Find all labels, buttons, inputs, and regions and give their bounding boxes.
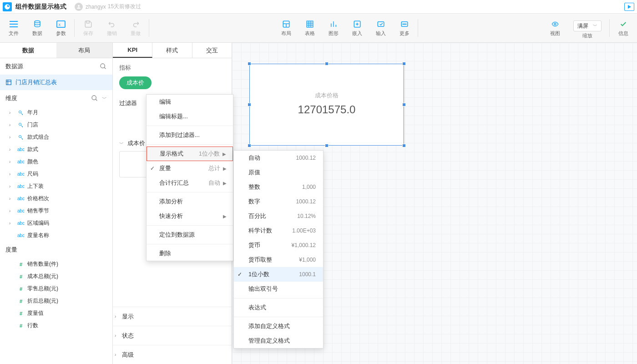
measure-item[interactable]: #行数 (0, 319, 112, 332)
kpi-title: 成本价格 (250, 64, 404, 100)
svg-point-4 (35, 21, 40, 23)
menu-add-analysis[interactable]: 添加分析 (147, 194, 233, 209)
chevron-down-icon[interactable]: ﹀ (119, 141, 124, 146)
menu-expression[interactable]: 表达式 (234, 300, 323, 315)
chevron-right-icon: ▶ (223, 181, 227, 186)
menu-edit-title[interactable]: 编辑标题... (147, 109, 233, 124)
dimension-item[interactable]: abc度量名称 (0, 229, 112, 242)
dimension-item[interactable]: ›abc销售季节 (0, 205, 112, 217)
indicator-pill[interactable]: 成本价 (119, 76, 152, 89)
search-icon[interactable] (100, 63, 107, 70)
data-button[interactable]: 数据 (25, 14, 49, 42)
format-option[interactable]: 科学计数1.00E+03 (234, 223, 323, 238)
app-logo (3, 2, 12, 11)
dimension-item[interactable]: ›款式组合 (0, 131, 112, 143)
hash-icon: # (17, 298, 25, 304)
dimension-item[interactable]: ›abc款式 (0, 143, 112, 156)
menu-add-custom-format[interactable]: 添加自定义格式 (234, 319, 323, 334)
svg-line-27 (104, 67, 106, 69)
user-avatar-icon (75, 3, 83, 11)
key-icon (17, 122, 25, 128)
format-option[interactable]: 数字1000.12 (234, 194, 323, 209)
measure-item[interactable]: #销售数量(件) (0, 258, 112, 270)
input-icon (375, 19, 386, 29)
preview-button[interactable] (624, 3, 634, 11)
zoom-control[interactable]: 满屏 ﹀ 缩放 (567, 14, 608, 42)
svg-rect-7 (86, 21, 89, 23)
text-icon: abc (17, 233, 25, 238)
svg-rect-20 (378, 22, 384, 27)
measure-item[interactable]: #折后总额(元) (0, 295, 112, 307)
layout-button[interactable]: 布局 (274, 14, 298, 42)
datasource-item[interactable]: 门店月销汇总表 (0, 75, 112, 90)
tab-data[interactable]: 数据 (0, 43, 56, 58)
menu-add-filter[interactable]: 添加到过滤器... (147, 128, 233, 142)
menu-locate-datasource[interactable]: 定位到数据源 (147, 228, 233, 242)
context-menu: 编辑 编辑标题... 添加到过滤器... 显示格式 1位小数▶ ✓度量 总计▶ … (146, 94, 233, 261)
undo-button[interactable]: 撤销 (100, 14, 124, 42)
dimension-item[interactable]: ›abc价格档次 (0, 192, 112, 205)
chevron-right-icon: ▶ (223, 214, 227, 219)
tab-style[interactable]: 样式 (152, 43, 192, 58)
menu-total-row[interactable]: 合计行汇总 自动▶ (147, 176, 233, 190)
params-button[interactable]: x 参数 (49, 14, 73, 42)
menu-delete[interactable]: 删除 (147, 246, 233, 261)
indicator-label: 指标 (119, 64, 225, 72)
format-option[interactable]: 货币¥1,000.12 (234, 238, 323, 253)
accordion-state[interactable]: ›状态 (113, 326, 232, 345)
dimension-item[interactable]: ›abc颜色 (0, 156, 112, 168)
format-option[interactable]: ✓1位小数1000.1 (234, 267, 323, 282)
svg-point-25 (554, 23, 556, 25)
menu-display-format[interactable]: 显示格式 1位小数▶ (147, 147, 233, 161)
table-button[interactable]: 表格 (298, 14, 322, 42)
tab-layout[interactable]: 布局 (56, 43, 113, 58)
format-option[interactable]: 货币取整¥1,000 (234, 253, 323, 267)
eye-icon (550, 19, 561, 29)
embed-button[interactable]: 嵌入 (345, 14, 369, 42)
format-option[interactable]: 整数1,000 (234, 180, 323, 194)
layout-icon (281, 19, 292, 29)
check-icon (618, 19, 629, 29)
undo-icon (106, 19, 117, 29)
menu-quick-analysis[interactable]: 快速分析▶ (147, 209, 233, 223)
dimension-item[interactable]: ›abc尺码 (0, 168, 112, 180)
dimension-item[interactable]: ›年月 (0, 106, 112, 119)
view-button[interactable]: 视图 (543, 14, 567, 42)
dimension-item[interactable]: ›门店 (0, 119, 112, 131)
tab-interaction[interactable]: 交互 (192, 43, 232, 58)
kpi-widget[interactable]: 成本价格 12701575.0 (249, 64, 404, 146)
chart-button[interactable]: 图形 (322, 14, 345, 42)
tab-kpi[interactable]: KPI (113, 43, 152, 58)
accordion-display[interactable]: ›显示 (113, 307, 232, 326)
hash-icon: # (17, 274, 25, 279)
zoom-dropdown[interactable]: 满屏 ﹀ (573, 20, 602, 31)
measure-item[interactable]: #成本总额(元) (0, 270, 112, 283)
info-button[interactable]: 信息 (612, 14, 635, 42)
svg-line-32 (96, 99, 97, 101)
text-icon: abc (17, 147, 25, 152)
dimension-item[interactable]: ›abc上下装 (0, 180, 112, 192)
dimension-item[interactable]: ›abc区域编码 (0, 217, 112, 229)
chevron-down-icon[interactable]: ﹀ (102, 95, 107, 102)
menu-measure[interactable]: ✓度量 总计▶ (147, 161, 233, 176)
format-option[interactable]: 百分比10.12% (234, 209, 323, 223)
svg-point-23 (404, 24, 405, 25)
file-menu-button[interactable]: 文件 (2, 14, 25, 42)
accordion-advanced[interactable]: ›高级 (113, 345, 232, 364)
save-button[interactable]: 保存 (76, 14, 100, 42)
database-icon (32, 19, 43, 29)
measure-item[interactable]: #零售总额(元) (0, 283, 112, 295)
svg-point-34 (19, 123, 21, 125)
more-button[interactable]: 更多 (393, 14, 416, 42)
redo-button[interactable]: 重做 (124, 14, 147, 42)
format-option[interactable]: 输出双引号 (234, 282, 323, 296)
input-button[interactable]: 输入 (369, 14, 393, 42)
menu-manage-custom-format[interactable]: 管理自定义格式 (234, 334, 323, 348)
measure-item[interactable]: #度量值 (0, 307, 112, 319)
format-option[interactable]: 自动1000.12 (234, 151, 323, 165)
text-icon: abc (17, 172, 25, 177)
format-option[interactable]: 原值 (234, 165, 323, 180)
search-icon[interactable] (91, 95, 98, 102)
table-icon (304, 19, 315, 29)
menu-edit[interactable]: 编辑 (147, 95, 233, 109)
